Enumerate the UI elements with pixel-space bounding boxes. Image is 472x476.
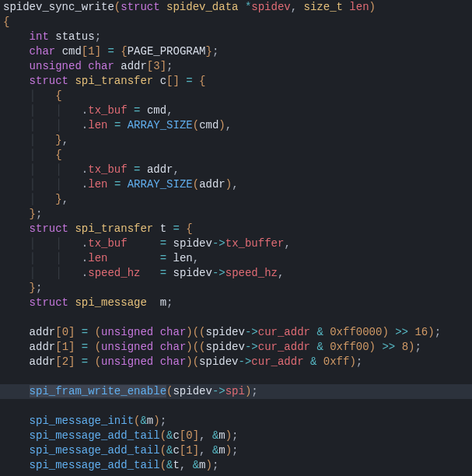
- code-line: │ {: [0, 89, 472, 103]
- code-line: [0, 369, 472, 384]
- code-line: int status;: [0, 30, 472, 44]
- code-line: addr[1] = (unsigned char)((spidev->cur_a…: [0, 340, 472, 355]
- code-line: spi_message_add_tail(&t, &m);: [0, 458, 472, 473]
- code-line: [0, 399, 472, 414]
- code-line: │ │ .tx_buf = cmd,: [0, 103, 472, 118]
- code-line: [0, 310, 472, 325]
- code-editor[interactable]: spidev_sync_write(struct spidev_data *sp…: [0, 0, 472, 473]
- code-line: struct spi_transfer c[] = {: [0, 74, 472, 89]
- code-line: │ │ .len = ARRAY_SIZE(addr),: [0, 177, 472, 192]
- code-line: };: [0, 281, 472, 296]
- code-line: │ │ .speed_hz = spidev->speed_hz,: [0, 266, 472, 281]
- code-line: │ │ .tx_buf = spidev->tx_buffer,: [0, 236, 472, 251]
- code-line: struct spi_message m;: [0, 296, 472, 310]
- code-line-current: spi_fram_write_enable(spidev->spi);: [0, 384, 472, 399]
- code-line: │ │ .tx_buf = addr,: [0, 163, 472, 177]
- code-line: │ {: [0, 148, 472, 163]
- code-line: char cmd[1] = {PAGE_PROGRAM};: [0, 44, 472, 59]
- code-line: │ │ .len = len,: [0, 251, 472, 266]
- code-line: unsigned char addr[3];: [0, 59, 472, 74]
- code-line: │ },: [0, 192, 472, 207]
- code-line: │ │ .len = ARRAY_SIZE(cmd),: [0, 118, 472, 133]
- code-line: {: [0, 15, 472, 30]
- code-line: };: [0, 207, 472, 222]
- code-line: spidev_sync_write(struct spidev_data *sp…: [0, 0, 472, 15]
- code-line: addr[2] = (unsigned char)(spidev->cur_ad…: [0, 355, 472, 369]
- code-line: spi_message_add_tail(&c[0], &m);: [0, 429, 472, 443]
- code-line: spi_message_init(&m);: [0, 414, 472, 429]
- function-name: spidev_sync_write: [3, 1, 114, 13]
- code-line: addr[0] = (unsigned char)((spidev->cur_a…: [0, 325, 472, 340]
- code-line: spi_message_add_tail(&c[1], &m);: [0, 443, 472, 458]
- code-line: │ },: [0, 133, 472, 148]
- code-line: struct spi_transfer t = {: [0, 222, 472, 236]
